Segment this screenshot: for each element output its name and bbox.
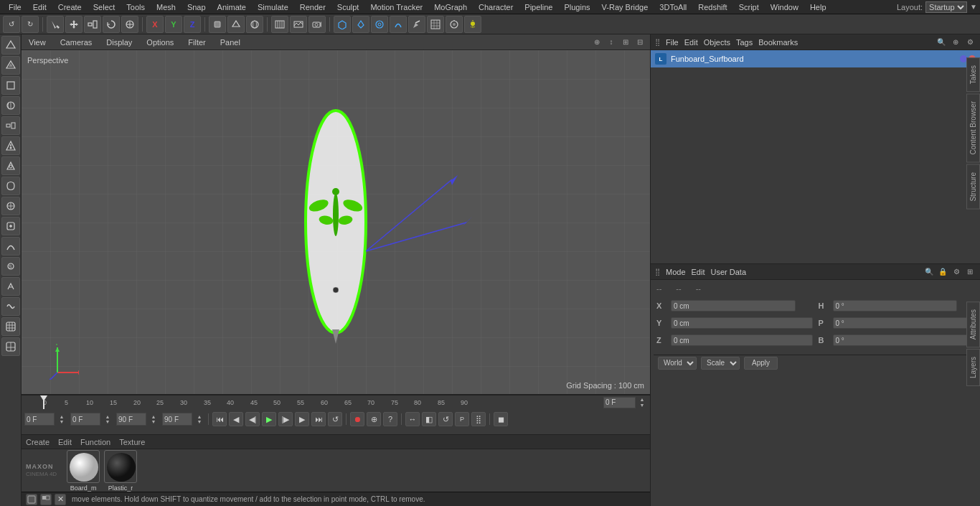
start-frame-up[interactable]: ▲: [57, 414, 67, 419]
object-mode-button[interactable]: [209, 16, 226, 33]
end-frame-input[interactable]: [162, 413, 192, 426]
loop-btn[interactable]: ↺: [328, 412, 342, 426]
max-up[interactable]: ▲: [149, 414, 159, 419]
help-btn[interactable]: ?: [383, 412, 397, 426]
viewport-canvas[interactable]: Perspective: [22, 50, 650, 394]
menu-create[interactable]: Create: [52, 0, 88, 14]
menu-3dtoall[interactable]: 3DToAll: [654, 0, 692, 14]
max-frame-input[interactable]: [116, 413, 146, 426]
vp-icon-1[interactable]: ⊕: [591, 37, 603, 48]
menu-window[interactable]: Window: [765, 0, 804, 14]
fcurve-btn[interactable]: ⣿: [471, 412, 486, 426]
scale-dropdown[interactable]: Scale: [701, 357, 740, 370]
menu-animate[interactable]: Animate: [212, 0, 252, 14]
object-row[interactable]: L Funboard_Surfboard: [651, 50, 980, 67]
vp-icon-2[interactable]: ↕: [606, 37, 617, 48]
rotate-tool[interactable]: [103, 16, 120, 33]
material-swatch-plastic[interactable]: [104, 450, 137, 483]
start-frame-down[interactable]: ▼: [57, 419, 67, 424]
axis-y-button[interactable]: Y: [165, 16, 182, 33]
sidebar-btn-9[interactable]: [1, 197, 20, 215]
goto-start-btn[interactable]: ⏮: [212, 412, 227, 426]
move-tool[interactable]: [65, 16, 83, 33]
light-btn[interactable]: [464, 16, 481, 33]
cube-btn[interactable]: [334, 16, 351, 33]
attr-menu-edit[interactable]: Edit: [692, 268, 705, 276]
frame-ruler[interactable]: 0 5 10 15 20 25 30 35 40 45 50 55 60 65: [22, 395, 650, 409]
layers-tab[interactable]: Layers: [966, 349, 980, 386]
min-frame-input[interactable]: [70, 413, 100, 426]
texture-mode-button[interactable]: [246, 16, 263, 33]
objects-menu-file[interactable]: File: [666, 38, 679, 47]
attr-settings-icon[interactable]: ⚙: [951, 266, 962, 278]
sidebar-btn-6[interactable]: [1, 136, 20, 155]
menu-edit[interactable]: Edit: [27, 0, 52, 14]
vp-icon-3[interactable]: ⊞: [620, 37, 631, 48]
scale-tool[interactable]: [84, 16, 101, 33]
attr-expand-icon[interactable]: ⊞: [964, 266, 976, 278]
vp-menu-options[interactable]: Options: [143, 38, 176, 47]
sidebar-btn-4[interactable]: [1, 96, 20, 115]
apply-button[interactable]: Apply: [744, 357, 778, 370]
attr-b-input[interactable]: [833, 334, 975, 346]
prev-frame-btn[interactable]: ◀: [229, 412, 243, 426]
axis-x-button[interactable]: X: [146, 16, 164, 33]
camera2-btn[interactable]: [446, 16, 463, 33]
sidebar-btn-16[interactable]: [1, 337, 20, 356]
objects-settings-icon[interactable]: ⚙: [964, 37, 976, 48]
redo-button[interactable]: ↻: [22, 16, 39, 33]
objects-menu-edit[interactable]: Edit: [684, 38, 698, 47]
attr-x-input[interactable]: [671, 300, 796, 311]
motion-system-btn[interactable]: ◼: [494, 412, 508, 426]
sidebar-btn-12[interactable]: S: [1, 257, 20, 276]
undo-button[interactable]: ↺: [3, 16, 20, 33]
menu-file[interactable]: File: [3, 0, 27, 14]
prev-key-btn[interactable]: ◀|: [245, 412, 260, 426]
material-swatch-board[interactable]: [67, 450, 100, 483]
max-down[interactable]: ▼: [149, 419, 159, 424]
timeline-btn[interactable]: [271, 16, 288, 33]
motion-clip-btn[interactable]: ↺: [438, 412, 453, 426]
menu-tools[interactable]: Tools: [121, 0, 151, 14]
menu-motion-tracker[interactable]: Motion Tracker: [364, 0, 428, 14]
attr-z-input[interactable]: [671, 334, 813, 346]
min-down[interactable]: ▼: [103, 419, 113, 424]
vp-menu-cameras[interactable]: Cameras: [57, 38, 95, 47]
menu-vray[interactable]: V-Ray Bridge: [596, 0, 654, 14]
status-icon-2[interactable]: [40, 494, 52, 505]
menu-render[interactable]: Render: [294, 0, 331, 14]
menu-pipeline[interactable]: Pipeline: [519, 0, 558, 14]
axis-z-button[interactable]: Z: [184, 16, 201, 33]
start-frame-input[interactable]: [24, 413, 55, 426]
menu-mograph[interactable]: MoGraph: [428, 0, 473, 14]
menu-character[interactable]: Character: [473, 0, 519, 14]
key-frame-btn[interactable]: ◧: [422, 412, 436, 426]
auto-key-btn[interactable]: ⊕: [367, 412, 381, 426]
layout-expand-icon[interactable]: ▼: [970, 3, 977, 11]
field-btn[interactable]: [371, 16, 388, 33]
sidebar-btn-14[interactable]: [1, 297, 20, 316]
sidebar-btn-1[interactable]: [1, 36, 20, 55]
menu-simulate[interactable]: Simulate: [252, 0, 294, 14]
camera-btn[interactable]: [308, 16, 326, 33]
vp-icon-4[interactable]: ⊟: [634, 37, 646, 48]
vp-menu-view[interactable]: View: [26, 38, 49, 47]
play-btn[interactable]: ▶: [262, 412, 276, 426]
attr-menu-userdata[interactable]: User Data: [711, 268, 747, 276]
attr-menu-mode[interactable]: Mode: [666, 268, 686, 276]
vp-menu-filter[interactable]: Filter: [185, 38, 208, 47]
next-frame-btn[interactable]: ▶: [295, 412, 309, 426]
objects-menu-tags[interactable]: Tags: [736, 38, 753, 47]
pla-btn[interactable]: P: [455, 412, 469, 426]
world-dropdown[interactable]: World: [658, 357, 697, 370]
sidebar-btn-3[interactable]: [1, 76, 20, 95]
mat-create[interactable]: Create: [26, 438, 50, 446]
min-up[interactable]: ▲: [103, 414, 113, 419]
end-up[interactable]: ▲: [194, 414, 204, 419]
menu-select[interactable]: Select: [88, 0, 121, 14]
objects-menu-bookmarks[interactable]: Bookmarks: [758, 38, 798, 47]
deform-btn[interactable]: [390, 16, 407, 33]
pen-btn[interactable]: [352, 16, 369, 33]
sidebar-btn-11[interactable]: [1, 237, 20, 256]
current-frame-input[interactable]: [603, 397, 636, 408]
